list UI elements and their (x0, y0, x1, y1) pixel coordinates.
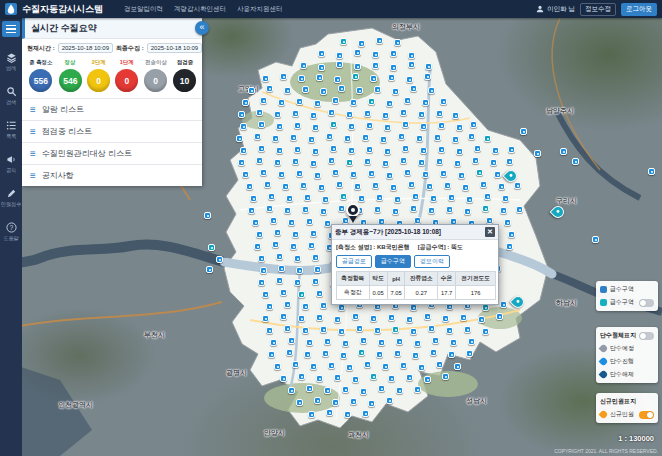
station-marker[interactable] (352, 376, 359, 383)
station-marker[interactable] (306, 339, 313, 346)
station-marker[interactable] (400, 157, 407, 164)
station-marker[interactable] (466, 196, 473, 203)
station-marker[interactable] (360, 388, 367, 395)
station-marker[interactable] (434, 134, 441, 141)
station-marker[interactable] (356, 87, 363, 94)
station-marker[interactable] (448, 194, 455, 201)
station-marker[interactable] (248, 207, 255, 214)
station-marker[interactable] (414, 386, 421, 393)
station-marker[interactable] (286, 349, 293, 356)
station-marker[interactable] (364, 110, 371, 117)
station-marker[interactable] (308, 411, 315, 418)
station-marker[interactable] (438, 146, 445, 153)
station-marker[interactable] (314, 266, 321, 273)
menu-item-user-support[interactable]: 사용자지원센터 (237, 5, 283, 14)
station-marker[interactable] (278, 99, 285, 106)
station-marker[interactable] (358, 349, 365, 356)
station-marker[interactable] (454, 160, 461, 167)
station-marker[interactable] (330, 121, 337, 128)
station-marker[interactable] (388, 375, 395, 382)
station-marker[interactable] (390, 50, 397, 57)
station-marker[interactable] (418, 159, 425, 166)
list-item-complaint-target[interactable]: ≡ 수질민원관리대상 리스트 (22, 142, 202, 164)
station-marker[interactable] (368, 98, 375, 105)
station-marker[interactable] (328, 362, 335, 369)
station-marker[interactable] (328, 109, 335, 116)
station-marker[interactable] (334, 374, 341, 381)
station-marker[interactable] (246, 183, 253, 190)
station-marker[interactable] (346, 364, 353, 371)
station-marker[interactable] (466, 350, 473, 357)
station-marker[interactable] (258, 255, 265, 262)
station-marker[interactable] (326, 133, 333, 140)
station-marker[interactable] (396, 338, 403, 345)
station-marker[interactable] (374, 86, 381, 93)
station-marker[interactable] (354, 49, 361, 56)
station-marker[interactable] (294, 279, 301, 286)
station-marker[interactable] (336, 181, 343, 188)
station-marker[interactable] (240, 147, 247, 154)
station-marker[interactable] (318, 50, 325, 57)
station-marker[interactable] (430, 195, 437, 202)
station-marker[interactable] (254, 243, 261, 250)
stat-level1[interactable]: 1단계 0 (115, 58, 138, 92)
station-marker[interactable] (332, 169, 339, 176)
station-marker[interactable] (420, 123, 427, 130)
station-marker[interactable] (330, 145, 337, 152)
group-station-marker[interactable] (510, 294, 527, 311)
station-marker[interactable] (320, 208, 327, 215)
station-marker[interactable] (266, 85, 273, 92)
alarm-history-button[interactable]: 경보이력 (414, 255, 450, 268)
station-marker[interactable] (400, 362, 407, 369)
station-marker[interactable] (342, 386, 349, 393)
station-marker[interactable] (266, 327, 273, 334)
station-marker[interactable] (430, 349, 437, 356)
station-marker[interactable] (348, 123, 355, 130)
station-marker[interactable] (390, 184, 397, 191)
station-marker[interactable] (352, 313, 359, 320)
station-marker[interactable] (534, 150, 541, 157)
station-marker[interactable] (256, 231, 263, 238)
station-marker[interactable] (274, 111, 281, 118)
station-marker[interactable] (360, 337, 367, 344)
station-marker[interactable] (314, 172, 321, 179)
station-marker[interactable] (428, 325, 435, 332)
station-marker[interactable] (292, 110, 299, 117)
station-marker[interactable] (284, 301, 291, 308)
station-marker[interactable] (288, 219, 295, 226)
station-marker[interactable] (312, 254, 319, 261)
station-marker[interactable] (376, 351, 383, 358)
station-marker[interactable] (272, 135, 279, 142)
station-marker[interactable] (392, 88, 399, 95)
supply-zone-toggle[interactable] (639, 299, 654, 307)
station-marker[interactable] (468, 338, 475, 345)
station-marker[interactable] (342, 340, 349, 347)
station-marker[interactable] (388, 314, 395, 321)
station-marker[interactable] (296, 98, 303, 105)
station-marker[interactable] (316, 314, 323, 321)
station-marker[interactable] (350, 99, 357, 106)
station-marker[interactable] (340, 193, 347, 200)
station-marker[interactable] (322, 350, 329, 357)
station-marker[interactable] (452, 112, 459, 119)
station-marker[interactable] (256, 157, 263, 164)
station-marker[interactable] (476, 169, 483, 176)
station-marker[interactable] (344, 411, 351, 418)
station-marker[interactable] (424, 313, 431, 320)
station-marker[interactable] (348, 147, 355, 154)
station-marker[interactable] (280, 375, 287, 382)
station-marker[interactable] (316, 375, 323, 382)
station-marker[interactable] (392, 208, 399, 215)
station-marker[interactable] (442, 373, 449, 380)
station-marker[interactable] (262, 315, 269, 322)
station-marker[interactable] (394, 350, 401, 357)
station-marker[interactable] (372, 51, 379, 58)
station-marker[interactable] (302, 327, 309, 334)
station-marker[interactable] (400, 109, 407, 116)
station-marker[interactable] (274, 159, 281, 166)
list-item-maintenance[interactable]: ≡ 점검중 리스트 (22, 120, 202, 142)
station-marker[interactable] (506, 243, 513, 250)
logout-button[interactable]: 로그아웃 (621, 3, 657, 16)
station-marker[interactable] (350, 171, 357, 178)
station-marker[interactable] (310, 230, 317, 237)
